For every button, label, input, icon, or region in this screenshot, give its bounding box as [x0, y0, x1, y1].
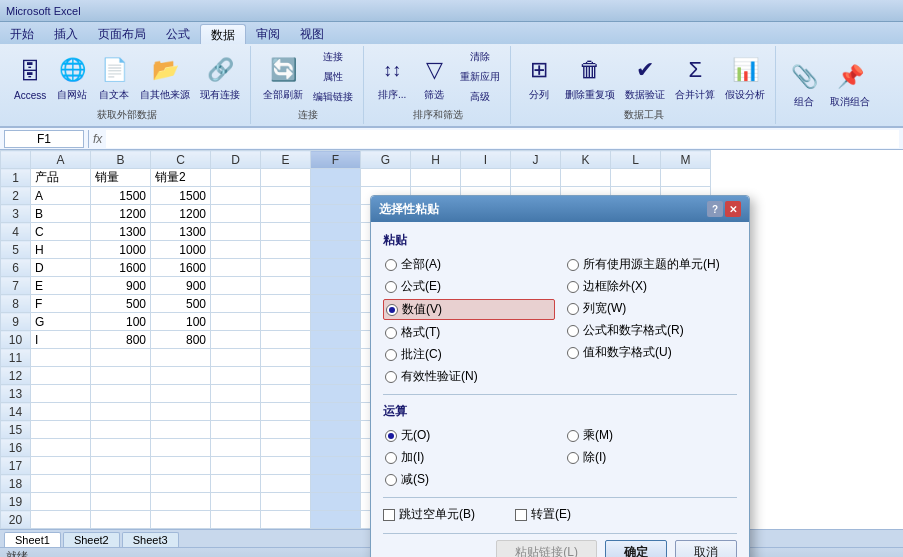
access-button[interactable]: 🗄 Access	[10, 52, 50, 103]
cell-4-E[interactable]	[261, 223, 311, 241]
paste-formula-radio[interactable]	[385, 281, 397, 293]
paste-formula-numfmt-radio[interactable]	[567, 325, 579, 337]
col-header-c[interactable]: C	[151, 151, 211, 169]
paste-theme-radio[interactable]	[567, 259, 579, 271]
cell-1-C[interactable]: 销量2	[151, 169, 211, 187]
paste-format-radio[interactable]	[385, 327, 397, 339]
connections-button[interactable]: 连接	[309, 48, 357, 66]
data-validation-button[interactable]: ✔ 数据验证	[621, 50, 669, 104]
cell-17-E[interactable]	[261, 457, 311, 475]
cell-15-C[interactable]	[151, 421, 211, 439]
cell-10-A[interactable]: I	[31, 331, 91, 349]
cell-19-C[interactable]	[151, 493, 211, 511]
cell-9-E[interactable]	[261, 313, 311, 331]
cell-1-E[interactable]	[261, 169, 311, 187]
op-multiply-option[interactable]: 乘(M)	[565, 426, 737, 445]
cell-1-F[interactable]	[311, 169, 361, 187]
paste-value-radio[interactable]	[386, 304, 398, 316]
cell-14-D[interactable]	[211, 403, 261, 421]
cell-8-B[interactable]: 500	[91, 295, 151, 313]
cell-14-E[interactable]	[261, 403, 311, 421]
col-header-m[interactable]: M	[661, 151, 711, 169]
paste-format-option[interactable]: 格式(T)	[383, 323, 555, 342]
paste-value-option[interactable]: 数值(V)	[383, 299, 555, 320]
cell-13-B[interactable]	[91, 385, 151, 403]
cell-7-A[interactable]: E	[31, 277, 91, 295]
cell-19-E[interactable]	[261, 493, 311, 511]
cell-16-B[interactable]	[91, 439, 151, 457]
formula-input[interactable]	[106, 130, 899, 148]
sheet-tab-2[interactable]: Sheet2	[63, 532, 120, 547]
cell-7-F[interactable]	[311, 277, 361, 295]
cell-12-D[interactable]	[211, 367, 261, 385]
cell-17-C[interactable]	[151, 457, 211, 475]
paste-col-width-radio[interactable]	[567, 303, 579, 315]
cell-15-B[interactable]	[91, 421, 151, 439]
cell-1-L[interactable]	[611, 169, 661, 187]
cell-5-F[interactable]	[311, 241, 361, 259]
other-sources-button[interactable]: 📂 自其他来源	[136, 50, 194, 104]
dialog-close-button[interactable]: ✕	[725, 201, 741, 217]
cell-17-F[interactable]	[311, 457, 361, 475]
cell-20-B[interactable]	[91, 511, 151, 529]
cell-11-A[interactable]	[31, 349, 91, 367]
group-button[interactable]: 📎 组合	[784, 57, 824, 111]
cell-3-B[interactable]: 1200	[91, 205, 151, 223]
cell-16-F[interactable]	[311, 439, 361, 457]
cell-6-B[interactable]: 1600	[91, 259, 151, 277]
cell-8-E[interactable]	[261, 295, 311, 313]
paste-comment-radio[interactable]	[385, 349, 397, 361]
col-header-k[interactable]: K	[561, 151, 611, 169]
cell-7-E[interactable]	[261, 277, 311, 295]
tab-view[interactable]: 视图	[290, 24, 334, 44]
consolidate-button[interactable]: Σ 合并计算	[671, 50, 719, 104]
cell-17-B[interactable]	[91, 457, 151, 475]
paste-validation-radio[interactable]	[385, 371, 397, 383]
col-header-d[interactable]: D	[211, 151, 261, 169]
cell-6-D[interactable]	[211, 259, 261, 277]
tab-insert[interactable]: 插入	[44, 24, 88, 44]
paste-link-button[interactable]: 粘贴链接(L)	[496, 540, 597, 557]
cell-2-E[interactable]	[261, 187, 311, 205]
op-subtract-radio[interactable]	[385, 474, 397, 486]
col-header-g[interactable]: G	[361, 151, 411, 169]
sheet-tab-3[interactable]: Sheet3	[122, 532, 179, 547]
remove-duplicates-button[interactable]: 🗑 删除重复项	[561, 50, 619, 104]
cell-5-D[interactable]	[211, 241, 261, 259]
properties-button[interactable]: 属性	[309, 68, 357, 86]
cell-15-D[interactable]	[211, 421, 261, 439]
cell-2-A[interactable]: A	[31, 187, 91, 205]
cell-18-D[interactable]	[211, 475, 261, 493]
op-add-option[interactable]: 加(I)	[383, 448, 555, 467]
cell-5-A[interactable]: H	[31, 241, 91, 259]
tab-formula[interactable]: 公式	[156, 24, 200, 44]
op-none-radio[interactable]	[385, 430, 397, 442]
cell-12-E[interactable]	[261, 367, 311, 385]
cell-15-E[interactable]	[261, 421, 311, 439]
cell-9-F[interactable]	[311, 313, 361, 331]
cell-2-D[interactable]	[211, 187, 261, 205]
cell-6-F[interactable]	[311, 259, 361, 277]
cell-2-C[interactable]: 1500	[151, 187, 211, 205]
cell-12-F[interactable]	[311, 367, 361, 385]
cell-18-A[interactable]	[31, 475, 91, 493]
advanced-button[interactable]: 高级	[456, 88, 504, 106]
cell-9-C[interactable]: 100	[151, 313, 211, 331]
paste-border-except-option[interactable]: 边框除外(X)	[565, 277, 737, 296]
cell-1-I[interactable]	[461, 169, 511, 187]
col-header-e[interactable]: E	[261, 151, 311, 169]
cell-14-C[interactable]	[151, 403, 211, 421]
paste-comment-option[interactable]: 批注(C)	[383, 345, 555, 364]
op-divide-radio[interactable]	[567, 452, 579, 464]
paste-all-option[interactable]: 全部(A)	[383, 255, 555, 274]
col-header-l[interactable]: L	[611, 151, 661, 169]
cell-8-F[interactable]	[311, 295, 361, 313]
cell-18-B[interactable]	[91, 475, 151, 493]
op-subtract-option[interactable]: 减(S)	[383, 470, 555, 489]
cell-12-B[interactable]	[91, 367, 151, 385]
paste-value-numfmt-radio[interactable]	[567, 347, 579, 359]
col-header-i[interactable]: I	[461, 151, 511, 169]
cell-14-A[interactable]	[31, 403, 91, 421]
existing-connections-button[interactable]: 🔗 现有连接	[196, 50, 244, 104]
cell-8-D[interactable]	[211, 295, 261, 313]
